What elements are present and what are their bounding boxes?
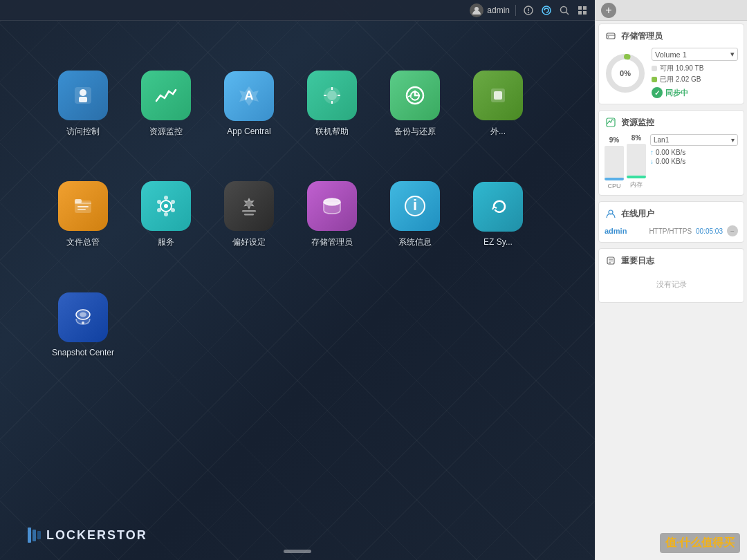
svg-text:i: i — [413, 196, 417, 214]
user-remove-button[interactable]: − — [727, 225, 738, 236]
search-icon[interactable] — [557, 3, 571, 17]
user-protocol: HTTP/HTTPS — [649, 227, 692, 235]
svg-rect-24 — [494, 91, 502, 100]
tasks-empty-label: 没有记录 — [605, 272, 738, 297]
app-storage-manager[interactable]: 存储管理员 — [290, 159, 374, 270]
upload-icon: ↑ — [650, 149, 654, 156]
file-manager-icon — [58, 181, 108, 231]
users-section-header: 在线用户 — [605, 207, 738, 220]
svg-point-30 — [164, 204, 168, 208]
external-icon — [473, 71, 523, 120]
ez-sync-icon — [473, 182, 523, 232]
resource-monitor-label: 资源监控 — [149, 126, 183, 138]
sync-button[interactable]: ✓ 同步中 — [652, 87, 738, 98]
app-central-icon: A — [224, 71, 274, 121]
access-control-icon — [58, 71, 108, 120]
svg-rect-38 — [242, 210, 256, 212]
svg-rect-27 — [77, 206, 89, 207]
svg-point-32 — [171, 200, 175, 204]
app-service[interactable]: 服务 — [124, 159, 208, 270]
resource-section: 资源监控 9% CPU 8% 内存 — [598, 110, 744, 196]
backup-restore-label: 备份与还原 — [394, 126, 436, 138]
app-backup-restore[interactable]: 备份与还原 — [374, 48, 456, 159]
users-section-title: 在线用户 — [621, 208, 654, 220]
storage-used: 已用 2.02 GB — [652, 75, 738, 84]
ez-sync-label: EZ Sy... — [483, 237, 513, 247]
upload-stat: ↑ 0.00 KB/s — [650, 149, 738, 156]
system-info-icon: i — [390, 181, 440, 231]
bar-charts: 9% CPU 8% 内存 — [605, 134, 646, 189]
svg-point-45 — [80, 312, 86, 317]
app-access-control[interactable]: 访问控制 — [42, 48, 124, 159]
mem-label: 内存 — [630, 180, 643, 189]
svg-rect-26 — [75, 199, 82, 203]
storage-manager-label: 存储管理员 — [311, 236, 353, 248]
svg-line-6 — [566, 12, 569, 15]
used-dot — [652, 77, 657, 82]
app-resource-monitor[interactable]: 资源监控 — [124, 48, 208, 159]
storage-section-icon — [605, 30, 617, 42]
user-name: admin — [605, 227, 645, 235]
network-dropdown[interactable]: Lan1 ▾ — [650, 134, 738, 146]
download-icon: ↓ — [650, 158, 654, 165]
cpu-bar — [605, 178, 624, 181]
tasks-section-header: 重要日志 — [605, 254, 738, 267]
brand-icon — [28, 528, 41, 543]
svg-point-41 — [324, 198, 340, 205]
svg-rect-7 — [578, 6, 582, 10]
users-section-icon — [605, 207, 617, 220]
file-manager-label: 文件总管 — [66, 236, 100, 248]
topbar-divider — [515, 5, 516, 16]
refresh-icon[interactable] — [540, 3, 553, 17]
mobile-assistant-icon — [307, 71, 357, 120]
storage-volume-dropdown[interactable]: Volume 1 ▾ — [652, 48, 738, 61]
grid-icon[interactable] — [575, 3, 589, 17]
topbar: admin — [0, 0, 595, 21]
preferences-label: 偏好设定 — [232, 236, 266, 248]
svg-rect-47 — [607, 33, 615, 39]
svg-rect-8 — [583, 6, 587, 10]
resource-monitor-icon — [141, 71, 191, 120]
cpu-label: CPU — [607, 183, 620, 189]
avatar — [470, 3, 483, 17]
active-users-section: 在线用户 admin HTTP/HTTPS 00:05:03 − — [598, 201, 744, 243]
cpu-bar-container — [605, 146, 624, 180]
svg-rect-9 — [578, 11, 582, 15]
tasks-section: 重要日志 没有记录 — [598, 248, 744, 303]
storage-section: 存储管理员 0% Volume 1 ▾ 可用 10.90 TB — [598, 24, 744, 104]
app-preferences[interactable]: 偏好设定 — [208, 159, 290, 270]
watermark: 值·什么值得买 — [660, 533, 740, 553]
app-snapshot[interactable]: Snapshot Center — [42, 270, 124, 380]
resource-content: 9% CPU 8% 内存 Lan1 ▾ — [605, 134, 738, 189]
network-info: Lan1 ▾ ↑ 0.00 KB/s ↓ 0.00 KB/s — [650, 134, 738, 167]
svg-point-33 — [171, 208, 175, 212]
app-grid: 访问控制 资源监控 A App Central 联机帮助 — [0, 21, 595, 408]
cpu-chart: 9% CPU — [605, 136, 624, 189]
app-ez-sync[interactable]: EZ Sy... — [456, 159, 540, 270]
app-file-manager[interactable]: 文件总管 — [42, 159, 124, 270]
storage-info: Volume 1 ▾ 可用 10.90 TB 已用 2.02 GB ✓ 同步中 — [652, 48, 738, 98]
svg-text:A: A — [245, 88, 254, 102]
mobile-assistant-label: 联机帮助 — [315, 126, 349, 138]
svg-point-46 — [82, 321, 84, 324]
app-app-central[interactable]: A App Central — [208, 48, 290, 159]
storage-section-title: 存储管理员 — [621, 30, 663, 42]
backup-restore-icon — [390, 71, 440, 120]
svg-point-3 — [528, 12, 529, 13]
access-control-label: 访问控制 — [66, 126, 100, 138]
resource-section-title: 资源监控 — [621, 117, 654, 129]
app-external[interactable]: 外... — [456, 48, 540, 159]
notification-icon[interactable] — [522, 3, 535, 17]
app-mobile-assistant[interactable]: 联机帮助 — [290, 48, 374, 159]
storage-available: 可用 10.90 TB — [652, 64, 738, 73]
panel-add-button[interactable]: + — [601, 3, 616, 18]
app-system-info[interactable]: i 系统信息 — [374, 159, 456, 270]
svg-rect-28 — [77, 209, 86, 210]
mem-pct: 8% — [631, 134, 641, 142]
mem-bar-container — [627, 144, 646, 178]
svg-point-35 — [157, 208, 161, 212]
username-label: admin — [487, 6, 510, 15]
storage-donut: 0% — [605, 53, 646, 94]
user-duration: 00:05:03 — [696, 227, 723, 235]
tasks-section-icon — [605, 254, 617, 267]
